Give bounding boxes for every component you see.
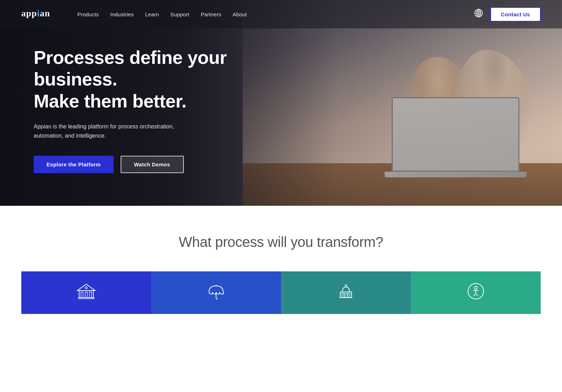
nav-industries[interactable]: Industries xyxy=(110,11,134,17)
nav-links: Products Industries Learn Support Partne… xyxy=(77,11,474,17)
nav-partners[interactable]: Partners xyxy=(201,11,221,17)
svg-point-19 xyxy=(474,286,477,289)
svg-line-22 xyxy=(474,293,476,296)
explore-platform-button[interactable]: Explore the Platform xyxy=(34,156,114,173)
watch-demos-button[interactable]: Watch Demos xyxy=(121,156,184,173)
hero-subtext: Appian is the leading platform for proce… xyxy=(34,122,197,140)
below-hero-section: What process will you transform? xyxy=(0,206,562,314)
industry-card-banking[interactable] xyxy=(21,271,151,314)
section-title: What process will you transform? xyxy=(21,234,541,250)
contact-button[interactable]: Contact Us xyxy=(490,7,541,22)
industry-card-government[interactable] xyxy=(281,271,411,314)
svg-rect-7 xyxy=(81,292,83,298)
human-services-icon xyxy=(465,281,486,305)
logo[interactable]: appian xyxy=(21,6,60,22)
banking-icon xyxy=(76,281,97,305)
industry-card-insurance[interactable] xyxy=(151,271,281,314)
insurance-icon xyxy=(205,281,227,305)
hero-heading-line1: Processes define your business. xyxy=(34,47,227,89)
svg-rect-9 xyxy=(89,292,92,298)
svg-marker-6 xyxy=(77,284,95,291)
svg-rect-8 xyxy=(85,292,87,298)
nav-learn[interactable]: Learn xyxy=(145,11,159,17)
svg-point-11 xyxy=(85,287,87,289)
svg-rect-5 xyxy=(79,291,93,298)
hero-heading-line2: Make them better. xyxy=(34,91,186,111)
nav-support[interactable]: Support xyxy=(170,11,189,17)
industry-cards xyxy=(21,271,541,314)
globe-icon[interactable] xyxy=(474,9,483,20)
hero-content: Processes define your business. Make the… xyxy=(0,0,562,206)
svg-line-23 xyxy=(476,293,478,296)
nav-about[interactable]: About xyxy=(233,11,247,17)
svg-rect-13 xyxy=(342,293,344,298)
hero-section: Processes define your business. Make the… xyxy=(0,0,562,206)
hero-heading: Processes define your business. Make the… xyxy=(34,47,254,112)
nav-right: Contact Us xyxy=(474,7,541,22)
svg-rect-10 xyxy=(78,298,94,299)
government-icon xyxy=(335,281,357,305)
industry-card-human-services[interactable] xyxy=(411,271,541,314)
svg-text:appian: appian xyxy=(21,8,50,18)
nav-products[interactable]: Products xyxy=(77,11,99,17)
hero-buttons: Explore the Platform Watch Demos xyxy=(34,156,528,173)
svg-rect-14 xyxy=(345,293,347,298)
navbar: appian Products Industries Learn Support… xyxy=(0,0,562,28)
svg-rect-15 xyxy=(348,293,350,298)
